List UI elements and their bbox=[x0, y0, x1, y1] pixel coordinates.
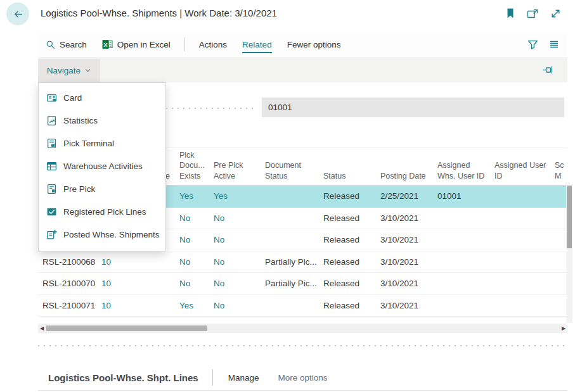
table-cell[interactable]: 10 bbox=[101, 273, 136, 294]
table-cell[interactable]: No bbox=[179, 251, 211, 272]
lines-section-underline bbox=[38, 390, 567, 391]
column-header[interactable]: Status bbox=[323, 171, 374, 182]
table-cell[interactable]: No bbox=[214, 229, 258, 250]
scroll-right-arrow-icon[interactable]: ▶ bbox=[560, 324, 567, 333]
table-cell[interactable]: 10 bbox=[101, 295, 136, 316]
column-header[interactable]: Document Status bbox=[265, 160, 321, 181]
table-cell: RSL-2100068 bbox=[42, 251, 101, 272]
navigate-button[interactable]: Navigate bbox=[38, 59, 100, 82]
toolbar-right-icons bbox=[527, 33, 560, 56]
menu-item-registered-pick-lines[interactable]: Registered Pick Lines bbox=[39, 200, 165, 223]
registered-pick-lines-icon bbox=[46, 206, 57, 217]
topbar: Logistics Pool-Whse. Shipments | Work Da… bbox=[0, 0, 575, 27]
back-button[interactable] bbox=[6, 3, 29, 25]
column-header[interactable]: Assigned User ID bbox=[494, 160, 553, 181]
search-icon bbox=[46, 40, 55, 49]
column-header[interactable]: Sc M bbox=[555, 160, 567, 181]
column-header[interactable]: Pick Docu... Exists bbox=[179, 150, 211, 182]
field-leader-dots bbox=[166, 108, 254, 109]
table-cell: RSL-2100070 bbox=[42, 273, 101, 294]
table-cell[interactable]: 10 bbox=[101, 251, 136, 272]
table-cell: Released bbox=[323, 208, 374, 229]
filter-icon[interactable] bbox=[527, 39, 538, 50]
actions-menu-button[interactable]: Actions bbox=[191, 33, 235, 56]
table-cell[interactable]: No bbox=[179, 208, 211, 229]
menu-item-pick-terminal[interactable]: Pick Terminal bbox=[39, 132, 165, 155]
table-cell: Partially Pic... bbox=[265, 251, 321, 272]
table-cell[interactable]: No bbox=[214, 273, 258, 294]
assigned-user-filter-field[interactable]: 01001 bbox=[262, 98, 564, 117]
search-label: Search bbox=[60, 40, 87, 49]
table-cell: Released bbox=[323, 295, 374, 316]
pin-icon[interactable] bbox=[542, 65, 555, 75]
menu-item-posted-whse-shipments[interactable]: Posted Whse. Shipments bbox=[39, 223, 165, 246]
table-cell: Released bbox=[323, 229, 374, 250]
table-cell: 3/10/2021 bbox=[380, 229, 432, 250]
back-arrow-icon bbox=[13, 9, 23, 20]
horizontal-scrollbar-thumb[interactable] bbox=[46, 326, 207, 331]
menu-item-label: Registered Pick Lines bbox=[63, 207, 146, 217]
topbar-icons bbox=[505, 0, 561, 27]
table-cell: Released bbox=[323, 186, 374, 206]
search-button[interactable]: Search bbox=[38, 33, 94, 56]
table-cell: Partially Pic... bbox=[265, 273, 321, 294]
toolbar-divider bbox=[184, 37, 185, 51]
table-cell: 01001 bbox=[437, 186, 489, 206]
menu-item-statistics[interactable]: Statistics bbox=[39, 109, 165, 132]
navigate-menu: CardStatisticsPick TerminalWarehouse Act… bbox=[38, 82, 166, 251]
navigate-menu-items: CardStatisticsPick TerminalWarehouse Act… bbox=[39, 86, 165, 246]
expand-icon[interactable] bbox=[550, 8, 561, 19]
table-row[interactable]: RSL-210007110YesNoReleased3/10/2021 bbox=[38, 295, 566, 317]
card-icon bbox=[46, 92, 57, 103]
open-in-new-window-icon[interactable] bbox=[527, 8, 539, 19]
svg-text:X: X bbox=[103, 42, 107, 48]
column-header[interactable]: Posting Date bbox=[380, 171, 432, 182]
table-cell: 3/10/2021 bbox=[380, 273, 432, 294]
list-view-icon[interactable] bbox=[548, 39, 560, 49]
open-in-excel-button[interactable]: X Open in Excel bbox=[94, 33, 178, 56]
lines-section-title: Logistics Pool-Whse. Shpt. Lines bbox=[38, 372, 198, 383]
menu-item-pre-pick[interactable]: Pre Pick bbox=[39, 177, 165, 200]
table-cell[interactable]: No bbox=[179, 229, 211, 250]
fewer-options-button[interactable]: Fewer options bbox=[280, 33, 349, 56]
posted-whse-shipments-icon bbox=[46, 229, 57, 240]
pick-terminal-icon bbox=[46, 138, 57, 149]
vertical-scrollbar[interactable] bbox=[566, 186, 572, 323]
column-header[interactable]: Assigned Whs. User ID bbox=[437, 160, 489, 181]
navigate-label: Navigate bbox=[47, 66, 81, 75]
table-cell[interactable]: No bbox=[214, 295, 258, 316]
lines-section-divider bbox=[212, 369, 213, 386]
chevron-down-icon bbox=[84, 67, 91, 74]
vertical-scrollbar-thumb[interactable] bbox=[567, 186, 572, 248]
table-row[interactable]: RSL-210006810NoNoPartially Pic...Release… bbox=[38, 251, 566, 274]
menu-item-warehouse-activities[interactable]: Warehouse Activities bbox=[39, 155, 165, 177]
menu-item-label: Card bbox=[63, 93, 82, 103]
horizontal-scrollbar[interactable]: ◀ ▶ bbox=[38, 324, 567, 333]
menu-item-card[interactable]: Card bbox=[39, 86, 165, 109]
actions-label: Actions bbox=[199, 40, 227, 49]
table-cell[interactable]: No bbox=[214, 208, 258, 229]
menu-item-label: Warehouse Activities bbox=[63, 161, 143, 171]
menu-item-label: Pick Terminal bbox=[63, 139, 114, 148]
menu-item-label: Statistics bbox=[63, 116, 98, 125]
column-header[interactable]: Pre Pick Active bbox=[214, 160, 258, 181]
section-separator-dots bbox=[38, 345, 567, 346]
menu-item-label: Pre Pick bbox=[63, 184, 95, 194]
table-cell[interactable]: No bbox=[179, 273, 211, 294]
more-options-button[interactable]: More options bbox=[278, 373, 327, 383]
table-cell[interactable]: Yes bbox=[179, 295, 211, 316]
table-cell[interactable]: Yes bbox=[214, 186, 258, 206]
lines-section-header: Logistics Pool-Whse. Shpt. Lines Manage … bbox=[38, 366, 567, 389]
excel-icon: X bbox=[102, 39, 113, 49]
bookmark-icon[interactable] bbox=[505, 8, 515, 19]
table-cell: 3/10/2021 bbox=[380, 295, 432, 316]
table-cell[interactable]: Yes bbox=[179, 186, 211, 206]
table-cell[interactable]: No bbox=[214, 251, 258, 272]
scroll-left-arrow-icon[interactable]: ◀ bbox=[38, 324, 46, 333]
warehouse-activities-icon bbox=[46, 161, 57, 172]
manage-menu-button[interactable]: Manage bbox=[228, 373, 259, 383]
statistics-icon bbox=[46, 115, 57, 126]
table-row[interactable]: RSL-210007010NoNoPartially Pic...Release… bbox=[38, 273, 566, 295]
table-cell: 2/25/2021 bbox=[380, 186, 432, 206]
related-menu-button[interactable]: Related bbox=[235, 33, 280, 56]
